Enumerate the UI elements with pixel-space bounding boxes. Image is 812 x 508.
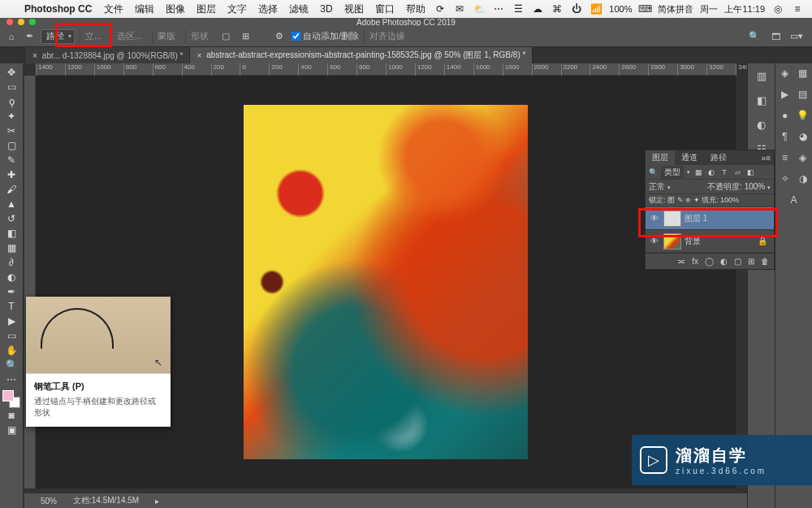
history-brush-tool[interactable]: ↺ — [2, 211, 21, 226]
adjustment-icon[interactable]: ◐ — [720, 257, 728, 266]
gradient-tool[interactable]: ▦ — [2, 241, 21, 255]
path-combine-icon[interactable]: ▢ — [218, 29, 233, 44]
horizontal-ruler[interactable]: 1400120010008006004002000200400600800100… — [36, 63, 736, 76]
filter-pixel-icon[interactable]: ▦ — [693, 167, 703, 177]
gear-icon[interactable]: ⚙ — [272, 29, 287, 44]
mask-icon[interactable]: ◯ — [705, 257, 714, 266]
healing-tool[interactable]: ✚ — [2, 167, 21, 182]
brush-tool[interactable]: 🖌 — [2, 182, 21, 197]
doc-tab[interactable]: × abr... d-1328884.jpg @ 100%(RGB/8) * — [26, 47, 190, 63]
char-panel-icon[interactable]: A — [788, 193, 801, 206]
status-icon[interactable]: ⛅ — [473, 2, 486, 15]
doc-size[interactable]: 文档:14.5M/14.5M — [73, 495, 139, 506]
auto-checkbox[interactable] — [292, 32, 300, 41]
status-icon[interactable]: ☁ — [531, 2, 544, 15]
filter-shape-icon[interactable]: ▱ — [732, 167, 742, 177]
menu-window[interactable]: 窗口 — [375, 2, 395, 16]
blur-tool[interactable]: ∂ — [2, 255, 21, 270]
status-icon[interactable]: ⏻ — [570, 2, 583, 15]
history-panel-icon[interactable]: ▥ — [754, 68, 769, 83]
adjustments-panel-icon[interactable]: ◐ — [754, 117, 769, 132]
panel-menu-icon[interactable]: »≡ — [758, 150, 774, 165]
tool-mode-dropdown[interactable]: 路径 — [41, 29, 75, 44]
type-tool[interactable]: T — [2, 299, 21, 314]
new-layer-icon[interactable]: ⊞ — [748, 257, 754, 266]
workspace-icon[interactable]: ▭▾ — [789, 29, 804, 44]
frame-tool[interactable]: ▢ — [2, 138, 21, 153]
align-edges[interactable]: 对齐边缘 — [364, 29, 410, 44]
channels-icon[interactable]: ✧ — [779, 172, 792, 185]
menu-file[interactable]: 文件 — [104, 2, 123, 16]
notifications-icon[interactable]: ≡ — [791, 2, 804, 15]
layer-row[interactable]: 👁 图层 1 — [646, 207, 774, 230]
home-icon[interactable]: ⌂ — [5, 32, 18, 41]
layer-name[interactable]: 图层 1 — [685, 213, 707, 224]
eraser-tool[interactable]: ◧ — [2, 226, 21, 241]
tab-paths[interactable]: 路径 — [704, 150, 733, 165]
play-icon[interactable]: ▶ — [779, 88, 792, 101]
visibility-icon[interactable]: 👁 — [649, 237, 660, 245]
hand-tool[interactable]: ✋ — [2, 343, 21, 358]
menu-image[interactable]: 图像 — [166, 2, 185, 16]
auto-add-delete-checkbox[interactable]: 自动添加/删除 — [292, 30, 359, 42]
status-icon[interactable]: ☰ — [512, 2, 525, 15]
trash-icon[interactable]: 🗑 — [761, 257, 769, 266]
info-panel-icon[interactable]: ● — [779, 109, 792, 122]
menu-edit[interactable]: 编辑 — [135, 2, 154, 16]
opt-selection[interactable]: 选区... — [111, 29, 147, 44]
tab-channels[interactable]: 通道 — [675, 150, 704, 165]
search-icon[interactable]: 🔍 — [747, 29, 762, 44]
grid-icon[interactable]: ▤ — [797, 88, 810, 101]
blend-mode-dropdown[interactable]: 正常 ▾ — [649, 181, 671, 193]
opacity-control[interactable]: 不透明度: 100% ▾ — [707, 181, 771, 193]
zoom-tool[interactable]: 🔍 — [2, 358, 21, 372]
zoom-level[interactable]: 50% — [41, 497, 57, 506]
siri-icon[interactable]: ◎ — [771, 2, 784, 15]
fx-icon[interactable]: fx — [692, 257, 698, 266]
filter-type-dropdown[interactable]: 类型 — [661, 166, 684, 179]
lock-icon[interactable]: 🔒 — [758, 237, 767, 245]
layers-icon[interactable]: ◈ — [797, 151, 810, 164]
app-name[interactable]: Photoshop CC — [24, 3, 92, 15]
keyboard-icon[interactable]: ⌨ — [638, 2, 651, 15]
properties-panel-icon[interactable]: ◧ — [754, 93, 769, 107]
battery-status[interactable]: 100% — [609, 4, 632, 14]
brush-panel-icon[interactable]: ≡ — [779, 151, 792, 164]
pen-tool[interactable]: ✒ — [2, 284, 21, 299]
doc-tab-active[interactable]: × abstract-abstract-expressionism-abstra… — [190, 47, 533, 63]
status-icon[interactable]: ⌘ — [551, 2, 564, 15]
opt-shape[interactable]: 形状 — [185, 29, 214, 44]
status-arrow-icon[interactable]: ▸ — [155, 497, 159, 506]
opt-make[interactable]: 立... — [80, 29, 106, 44]
close-icon[interactable]: × — [197, 51, 201, 60]
wifi-icon[interactable]: 📶 — [590, 2, 603, 15]
status-icon[interactable]: ⋯ — [492, 2, 505, 15]
color-panel-icon[interactable]: ◈ — [779, 67, 792, 80]
eyedropper-tool[interactable]: ✎ — [2, 153, 21, 167]
crop-tool[interactable]: ✂ — [2, 124, 21, 138]
shape-tool[interactable]: ▭ — [2, 328, 21, 343]
path-align-icon[interactable]: ⊞ — [238, 29, 253, 44]
stamp-tool[interactable]: ▲ — [2, 197, 21, 211]
close-icon[interactable]: × — [32, 51, 37, 60]
filter-adjust-icon[interactable]: ◐ — [706, 167, 716, 177]
clock-time[interactable]: 上午11:19 — [724, 3, 765, 15]
marquee-tool[interactable]: ▭ — [2, 80, 21, 94]
group-icon[interactable]: ▢ — [734, 257, 741, 266]
paragraph-icon[interactable]: ¶ — [779, 130, 792, 143]
filter-smart-icon[interactable]: ◧ — [745, 167, 755, 177]
menu-3d[interactable]: 3D — [320, 3, 332, 15]
layer-thumbnail[interactable] — [663, 233, 681, 250]
tab-layers[interactable]: 图层 — [646, 150, 675, 165]
lock-row[interactable]: 锁定: 图 ✎ ⊕ ✦ 填充: 100% — [646, 194, 774, 207]
menu-view[interactable]: 视图 — [344, 2, 364, 16]
screen-mode[interactable]: ▣ — [2, 423, 21, 437]
ime-status[interactable]: 简体拼音 — [658, 3, 693, 15]
menu-filter[interactable]: 滤镜 — [289, 2, 309, 16]
menu-layer[interactable]: 图层 — [197, 2, 216, 16]
move-tool[interactable]: ✥ — [2, 65, 21, 80]
path-select-tool[interactable]: ▶ — [2, 314, 21, 328]
opt-mask[interactable]: 蒙版 — [152, 29, 180, 44]
lasso-tool[interactable]: ϙ — [2, 94, 21, 109]
menu-type[interactable]: 文字 — [227, 2, 247, 16]
